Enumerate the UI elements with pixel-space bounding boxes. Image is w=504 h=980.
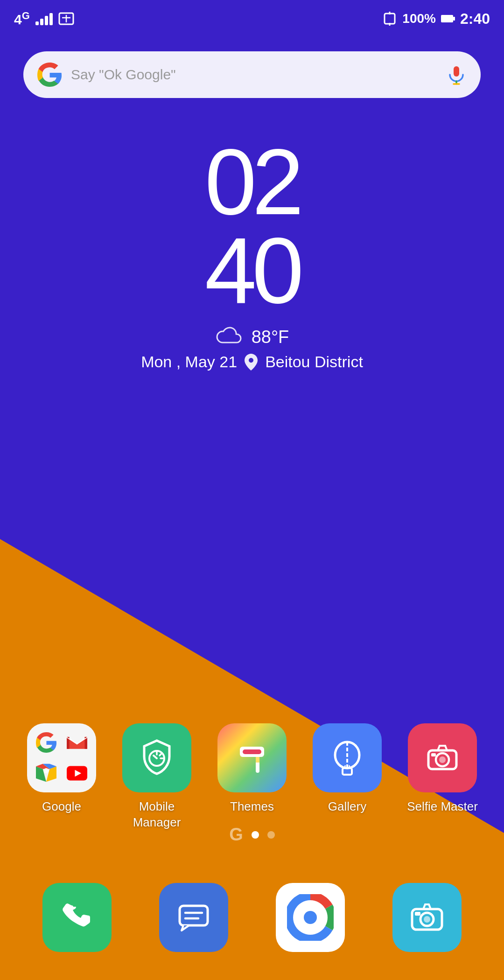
status-left: 4G <box>14 10 74 28</box>
messages-icon <box>175 899 212 936</box>
svg-rect-28 <box>256 757 259 763</box>
app-item-mobilemanager[interactable]: Mobile Manager <box>117 723 196 831</box>
gallery-app-icon[interactable] <box>313 723 382 792</box>
search-bar[interactable]: Say "Ok Google" <box>23 51 481 98</box>
signal-bar-1 <box>35 21 39 25</box>
svg-rect-47 <box>415 912 420 916</box>
app-label-themes: Themes <box>230 799 274 815</box>
weather-temperature: 88°F <box>252 327 289 347</box>
network-type: 4G <box>14 10 30 28</box>
status-bar: 4G 100% 2:40 <box>0 0 504 37</box>
date-location-row: Mon , May 21 Beitou District <box>141 353 363 371</box>
location-text: Beitou District <box>265 353 363 371</box>
svg-point-46 <box>424 916 430 923</box>
svg-point-17 <box>44 768 49 773</box>
dock-camera[interactable] <box>392 883 462 952</box>
chrome-icon <box>287 894 334 941</box>
svg-rect-37 <box>431 753 436 756</box>
app-label-gallery: Gallery <box>328 799 366 815</box>
page-indicator-3 <box>267 831 275 839</box>
auto-rotate-icon <box>382 11 398 27</box>
status-time: 2:40 <box>460 10 490 28</box>
app-item-google[interactable]: Google <box>22 723 101 815</box>
google-app-icon[interactable] <box>27 723 96 792</box>
location-pin-icon <box>245 354 258 371</box>
page-indicator-2-active <box>252 831 259 839</box>
signal-bars <box>35 12 53 25</box>
hot-air-balloon-icon <box>327 737 368 778</box>
voice-search-icon[interactable] <box>446 64 467 85</box>
svg-line-24 <box>154 756 157 758</box>
svg-rect-38 <box>180 906 208 925</box>
page-indicator-1: G <box>229 825 243 845</box>
date-text: Mon , May 21 <box>141 353 237 371</box>
shield-speedometer-icon <box>136 737 178 779</box>
app-label-google: Google <box>42 799 81 815</box>
app-label-selfiemaster: Selfie Master <box>407 799 478 815</box>
svg-rect-27 <box>243 749 261 754</box>
clock-hour: 02 <box>205 135 299 229</box>
app-item-gallery[interactable]: Gallery <box>308 723 387 815</box>
camera-icon <box>407 898 447 937</box>
maps-sub-icon <box>33 760 60 787</box>
gmail-sub-icon <box>63 729 91 756</box>
selfiemaster-app-icon[interactable] <box>408 723 477 792</box>
svg-rect-7 <box>453 17 455 21</box>
clock-widget: 02 40 88°F Mon , May 21 Beitou District <box>0 135 504 371</box>
battery-percentage: 100% <box>402 11 436 26</box>
themes-app-icon[interactable] <box>217 723 287 792</box>
app-item-themes[interactable]: Themes <box>212 723 292 815</box>
selfie-camera-icon <box>422 737 463 778</box>
dock-messages[interactable] <box>159 883 228 952</box>
signal-bar-2 <box>40 19 43 25</box>
signal-bar-3 <box>45 16 48 25</box>
svg-line-23 <box>160 753 162 756</box>
status-right: 100% 2:40 <box>382 10 490 28</box>
svg-point-36 <box>439 756 446 763</box>
app-item-selfiemaster[interactable]: Selfie Master <box>403 723 482 815</box>
dock-chrome[interactable] <box>276 883 345 952</box>
app-grid: Google Mobile Manager <box>0 723 504 831</box>
weather-cloud-icon <box>215 327 244 347</box>
battery-icon <box>441 14 455 23</box>
google-g-sub-icon <box>33 729 60 756</box>
phone-icon <box>58 899 96 936</box>
youtube-sub-icon <box>63 760 91 787</box>
svg-rect-6 <box>441 15 453 22</box>
google-logo <box>37 63 62 87</box>
signal-bar-4 <box>49 13 53 25</box>
dock-phone[interactable] <box>42 883 112 952</box>
svg-rect-8 <box>454 66 459 77</box>
clock-minute: 40 <box>205 224 299 317</box>
page-indicators: G <box>0 825 504 845</box>
svg-point-43 <box>304 911 317 924</box>
weather-row: 88°F <box>215 327 289 347</box>
svg-rect-3 <box>385 14 395 24</box>
notification-screenshot-icon <box>58 12 74 25</box>
search-placeholder-text: Say "Ok Google" <box>71 67 437 83</box>
dock <box>0 883 504 952</box>
themes-paintroller-icon <box>231 737 273 778</box>
mobilemanager-app-icon[interactable] <box>122 723 191 792</box>
